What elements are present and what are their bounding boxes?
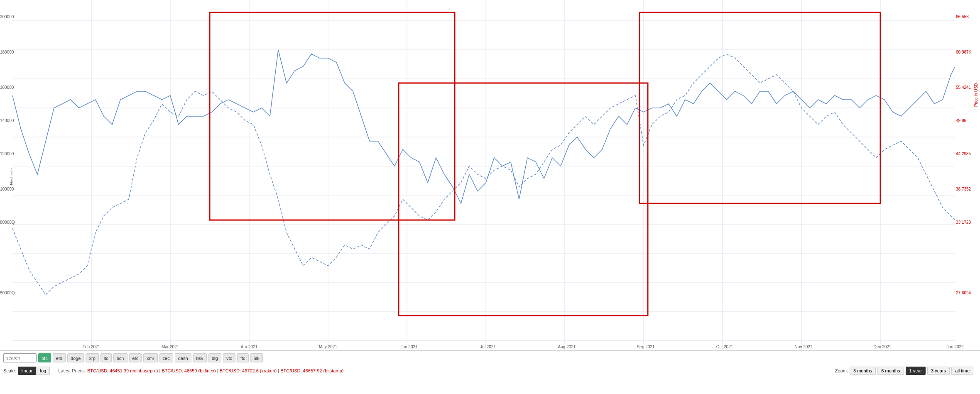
zoom-1year-btn[interactable]: 1 year [906, 367, 926, 375]
x-label-jul: Jul 2021 [480, 345, 496, 349]
y-label-r-27: 27.6094 [956, 291, 980, 295]
currency-btn-xmr[interactable]: xmr [143, 353, 157, 362]
zoom-3months-btn[interactable]: 3 months [850, 367, 876, 375]
chart-container: Bitcoin - Hashrate Bitcoin - Price in US… [0, 0, 980, 394]
chart-svg [12, 0, 955, 350]
hashrate-line [12, 50, 955, 203]
y-label-140000: 140000 [0, 118, 12, 123]
price-line [12, 54, 955, 295]
y-label-r-33: 33.1723 [956, 220, 980, 225]
currency-btn-ftc[interactable]: ftc [237, 353, 249, 362]
currency-btn-etc[interactable]: etc [129, 353, 142, 362]
currency-btn-eth[interactable]: eth [53, 353, 66, 362]
y-label-50000: 50000Q [0, 291, 12, 295]
y-label-100000: 100000 [0, 187, 12, 191]
currency-btn-ltc[interactable]: ltc [100, 353, 112, 362]
scale-linear-btn[interactable]: linear [18, 367, 37, 375]
chart-area [12, 0, 955, 350]
currency-btn-vtc[interactable]: vtc [223, 353, 235, 362]
scale-zoom-row: Scale: linear log Latest Prices: BTC/USD… [0, 365, 980, 377]
y-label-160000: 160000 [0, 85, 12, 90]
currency-btn-bch[interactable]: bch [113, 353, 127, 362]
zoom-6months-btn[interactable]: 6 months [877, 367, 904, 375]
x-label-jan: Jan 2022 [946, 345, 963, 349]
prices-text: Latest Prices: BTC/USD: 46451.39 (coinba… [58, 368, 343, 373]
y-label-180000: 180000 [0, 50, 12, 54]
search-input[interactable] [3, 353, 37, 362]
red-box-1 [210, 12, 455, 220]
x-label-dec: Dec 2021 [874, 345, 892, 349]
x-label-nov: Nov 2021 [795, 345, 813, 349]
currency-btn-dash[interactable]: dash [175, 353, 191, 362]
scale-label: Scale: [3, 368, 16, 373]
bottom-bar: btc eth doge xrp ltc bch etc xmr zec das… [0, 350, 980, 394]
x-label-sep: Sep 2021 [637, 345, 655, 349]
y-label-200000: 200000 [0, 15, 12, 19]
y-label-80000: 80000Q [0, 220, 12, 225]
x-label-oct: Oct 2021 [716, 345, 733, 349]
y-label-r-44: 44.2985 [956, 152, 980, 156]
zoom-alltime-btn[interactable]: all time [951, 367, 973, 375]
x-label-may: May 2021 [319, 345, 337, 349]
currency-btn-btc[interactable]: btc [38, 353, 51, 362]
currency-btn-doge[interactable]: doge [67, 353, 84, 362]
y-label-120000: 120000 [0, 152, 12, 156]
currency-btn-blk[interactable]: blk [250, 353, 263, 362]
red-box-2 [399, 83, 648, 316]
zoom-3years-btn[interactable]: 3 years [927, 367, 950, 375]
x-label-mar: Mar 2021 [162, 345, 179, 349]
y-label-r-66: 66.55K [956, 15, 980, 19]
currency-btn-btg[interactable]: btg [208, 353, 221, 362]
currency-row: btc eth doge xrp ltc bch etc xmr zec das… [0, 351, 980, 365]
x-label-aug: Aug 2021 [558, 345, 576, 349]
currency-btn-bsv[interactable]: bsv [193, 353, 207, 362]
x-label-apr: Apr 2021 [241, 345, 258, 349]
zoom-label: Zoom: [835, 368, 848, 373]
x-label-jun: Jun 2021 [400, 345, 417, 349]
y-label-r-38: 38.7352 [956, 187, 980, 191]
zoom-row: Zoom: 3 months 6 months 1 year 3 years a… [835, 367, 977, 375]
currency-btn-xrp[interactable]: xrp [86, 353, 98, 362]
currency-btn-zec[interactable]: zec [159, 353, 173, 362]
y-label-r-60: 60.987K [956, 50, 980, 54]
y-label-r-49: 49.86 [956, 118, 980, 123]
scale-log-btn[interactable]: log [36, 367, 50, 375]
y-label-r-55: 55.4241 [956, 85, 980, 90]
x-label-feb: Feb 2021 [83, 345, 100, 349]
